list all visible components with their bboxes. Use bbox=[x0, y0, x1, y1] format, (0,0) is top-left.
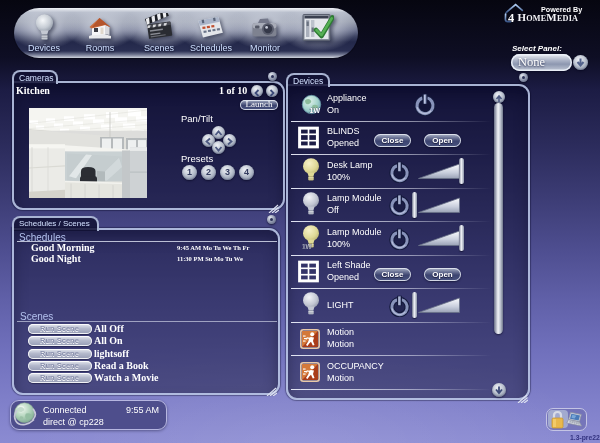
svg-text:4: 4 bbox=[508, 11, 515, 25]
svg-text:1W: 1W bbox=[302, 243, 313, 250]
svg-text:1W: 1W bbox=[310, 107, 321, 114]
svg-text:Powered By: Powered By bbox=[541, 5, 582, 14]
